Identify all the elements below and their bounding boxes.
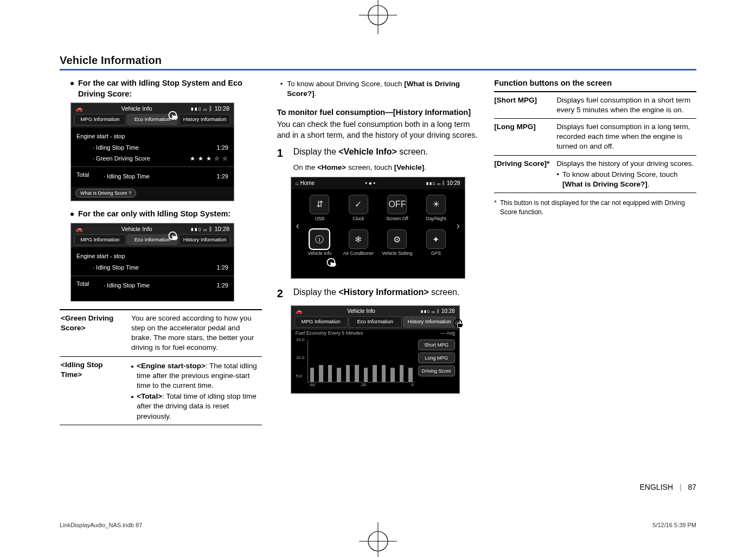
bullet-idling-only: For the car only with Idling Stop System…: [71, 209, 262, 220]
hist-subtitle: Fuel Economy Every 5 Minutes: [296, 330, 363, 336]
bullet-dash-icon: •: [280, 79, 283, 99]
hist-ytick: 5.0: [296, 374, 305, 380]
page-footer: ENGLISH | 87: [60, 483, 696, 491]
screenshot-home: ⌂ Home • ● • ▮▮▯ ▭ ᛒ 10:28 ‹ ⇵USB✓ClockO…: [291, 177, 465, 279]
imposition-time: 5/12/16 5:39 PM: [652, 522, 696, 528]
bullet-eco-and-idling: For the car with Idling Stop System and …: [71, 78, 262, 99]
home-grid: ⇵USB✓ClockOFFScreen Off☀Day/NightⓘVehicl…: [302, 193, 454, 259]
footnote-text: This button is not displayed for the car…: [500, 199, 696, 216]
bluetooth-icon: ᛒ: [437, 308, 440, 314]
home-next-arrow[interactable]: ›: [454, 219, 463, 232]
definitions-table: <Green Driving Score> You are scored acc…: [60, 309, 262, 425]
label-idling-stop-time: · Idling Stop Time: [76, 144, 139, 152]
column-right: Function buttons on the screen [Short MP…: [494, 78, 696, 425]
column-left: For the car with Idling Stop System and …: [60, 78, 262, 425]
tab-history-information[interactable]: History Information: [403, 316, 456, 328]
bluetooth-icon: ᛒ: [209, 226, 213, 232]
bullet-idling-only-text: For the car only with Idling Stop System…: [78, 209, 230, 220]
def-sub-total-head: <Total>: [137, 392, 162, 400]
bluetooth-icon: ᛒ: [209, 105, 213, 112]
vehicle-info-icon: ⓘ: [310, 229, 329, 249]
function-buttons-heading: Function buttons on the screen: [494, 78, 696, 92]
tab-mpg-information[interactable]: MPG Information: [74, 114, 126, 125]
func-val: Displays fuel consumption in a long term…: [556, 122, 696, 152]
func-key: [Long MPG]: [494, 122, 551, 152]
tab-eco-information[interactable]: Eco Information: [127, 234, 178, 246]
hist-ytick: 10.0: [296, 355, 305, 361]
step-1-text-a: Display the: [293, 147, 339, 156]
tab-mpg-information[interactable]: MPG Information: [294, 316, 348, 328]
tab-mpg-information[interactable]: MPG Information: [74, 234, 126, 246]
tap-hand-icon: [166, 110, 182, 125]
shot-clock: 10:28: [214, 226, 229, 232]
driving-score-button[interactable]: Driving Score: [418, 366, 455, 376]
hist-bar: [355, 365, 359, 382]
step-2-bold: <History Information>: [338, 287, 428, 297]
home-item-screen-off[interactable]: OFFScreen Off: [380, 193, 415, 224]
screenshot-history-information: 🚗 Vehicle Info ▮▮▯ ▭ ᛒ 10:28 MPG Informa…: [291, 305, 460, 393]
tap-hand-icon-home: [325, 257, 498, 274]
step-1-sub: On the <Home> screen, touch [Vehicle].: [293, 163, 479, 172]
step-1-text-b: screen.: [397, 147, 428, 156]
step-1-sub-c: .: [424, 163, 426, 171]
func-sub-bold: [What is Driving Score?]: [562, 180, 648, 188]
func-sub-b: .: [648, 180, 650, 188]
body-monitor-fuel: You can check the fuel consumption both …: [277, 119, 479, 140]
step-2-text-a: Display the: [293, 287, 339, 297]
hist-bar: [382, 365, 386, 382]
screenshot-eco-information-no-score: 🚗 Vehicle Info ▮▮▯ ▭ ᛒ 10:28 MPG Informa…: [71, 223, 234, 302]
gps-icon: ✦: [426, 229, 446, 249]
tab-eco-information-label: Eco Information: [134, 236, 171, 242]
home-item-day-night[interactable]: ☀Day/Night: [418, 193, 454, 224]
home-prev-arrow[interactable]: ‹: [293, 219, 302, 232]
shot-clock: 10:28: [441, 308, 455, 314]
value-total-idling-stop-time: 1:29: [217, 281, 228, 290]
shot-title: Vehicle Info: [121, 105, 152, 113]
tab-eco-information[interactable]: Eco Information: [349, 316, 402, 328]
tab-history-information[interactable]: History Information: [179, 114, 230, 125]
home-item-label: GPS: [431, 251, 441, 257]
bullet-dot-icon: [131, 396, 133, 398]
page-number: 87: [688, 483, 696, 491]
def-row-green-driving-score: <Green Driving Score> You are scored acc…: [60, 310, 262, 357]
func-row: [Long MPG]Displays fuel consumption in a…: [494, 119, 696, 156]
hist-xtick: -60: [309, 382, 316, 388]
def-term-idling-stop-time: <Idling Stop Time>: [61, 360, 126, 421]
home-item-air-conditioner[interactable]: ❄Air Conditioner: [341, 227, 376, 259]
home-item-clock[interactable]: ✓Clock: [341, 193, 376, 224]
tab-history-information[interactable]: History Information: [179, 234, 230, 246]
def-body-idling-stop-time: <Engine start-stop>: The total idling ti…: [131, 360, 261, 421]
shot-title: Vehicle Info: [121, 225, 152, 233]
home-item-gps[interactable]: ✦GPS: [418, 227, 454, 259]
step-2: 2 Display the <History Information> scre…: [277, 286, 479, 301]
home-page-dots: • ● •: [365, 180, 375, 187]
step-1-sub-bold1: <Home>: [317, 163, 346, 171]
home-item-label: Day/Night: [426, 216, 446, 222]
svg-point-0: [368, 5, 388, 25]
long-mpg-button[interactable]: Long MPG: [418, 353, 455, 363]
tab-eco-information[interactable]: Eco Information: [127, 114, 178, 125]
step-1-sub-bold2: [Vehicle]: [394, 163, 425, 171]
value-idling-stop-time: 1:29: [217, 264, 228, 272]
home-item-usb[interactable]: ⇵USB: [302, 193, 338, 224]
home-item-vehicle-setting[interactable]: ⚙Vehicle Setting: [380, 227, 415, 259]
registration-mark-top: [356, 0, 400, 37]
signal-icon: ▮▮▯: [420, 308, 430, 314]
step-1-bold: <Vehicle Info>: [338, 147, 397, 156]
short-mpg-button[interactable]: Short MPG: [418, 340, 455, 350]
func-val: Displays fuel consumption in a short ter…: [556, 95, 696, 115]
home-item-label: Vehicle Setting: [382, 251, 412, 257]
def-body-green-driving-score: You are scored according to how you step…: [131, 313, 261, 353]
bullet-know-driving-score: • To know about Driving Score, touch [Wh…: [280, 79, 479, 99]
imposition-footer: LinkDisplayAudio_NAS.indb 87 5/12/16 5:3…: [60, 522, 696, 528]
bullet-dot-icon: [71, 213, 74, 216]
page-language: ENGLISH: [640, 483, 673, 491]
func-key: [Short MPG]: [494, 95, 551, 115]
shot-car-icon: 🚗: [296, 308, 302, 315]
section-title: Vehicle Information: [60, 54, 696, 71]
what-is-driving-score-button[interactable]: What is Driving Score ?: [75, 189, 136, 197]
screen-off-icon: OFF: [387, 195, 407, 214]
signal-icon: ▮▮▯: [190, 105, 202, 112]
home-item-vehicle-info[interactable]: ⓘVehicle Info: [302, 227, 338, 259]
hist-xtick: 0: [411, 382, 413, 388]
